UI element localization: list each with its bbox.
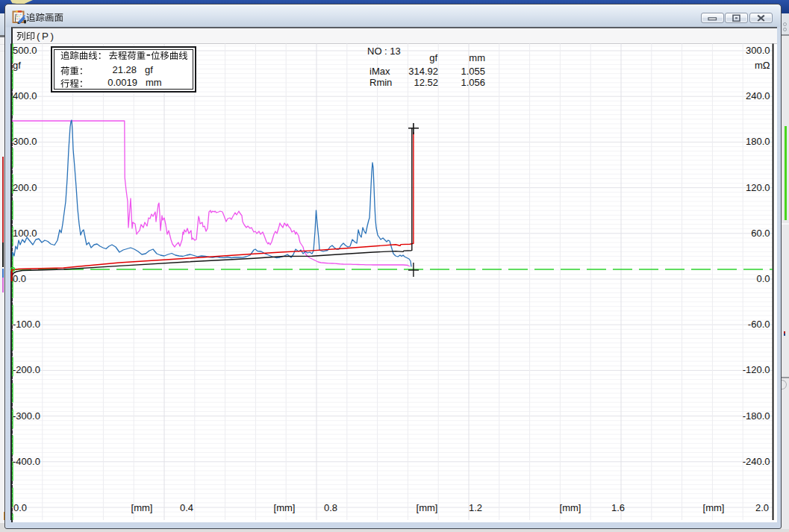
svg-text:(P): (P) <box>37 31 56 42</box>
